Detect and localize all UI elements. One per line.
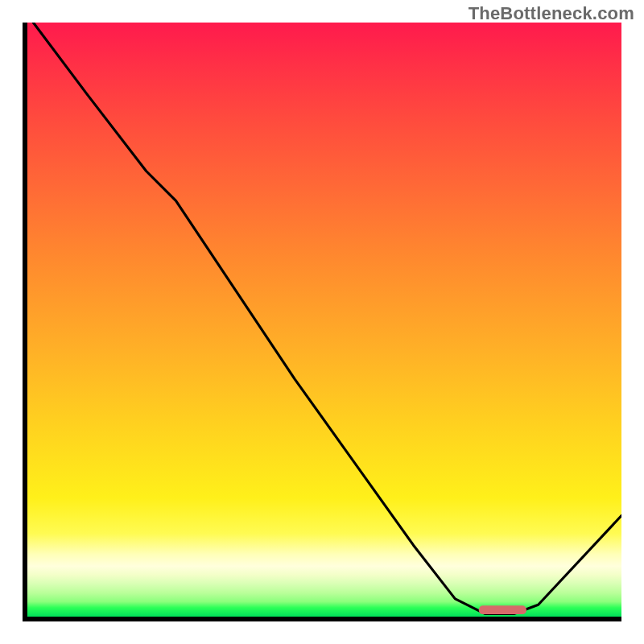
chart-container: TheBottleneck.com: [0, 0, 644, 644]
plot-area: [23, 23, 621, 621]
background-gradient: [27, 23, 621, 617]
watermark-text: TheBottleneck.com: [469, 3, 634, 24]
